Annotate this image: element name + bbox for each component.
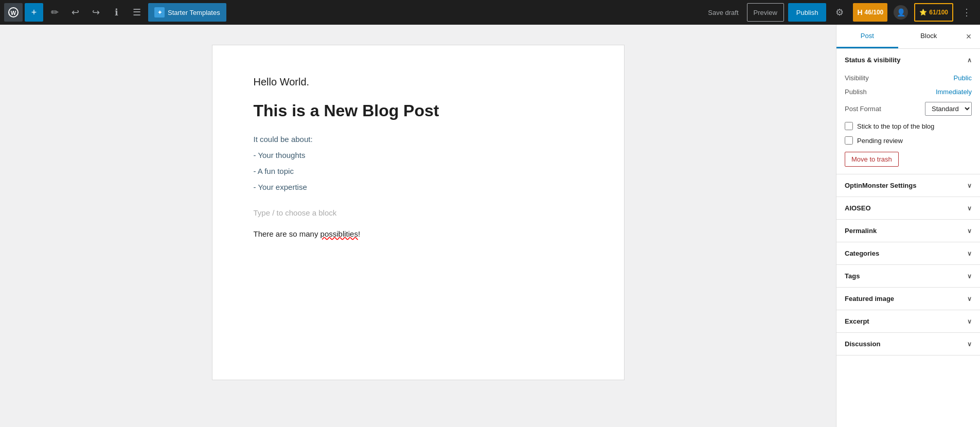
user-avatar-button[interactable]: 👤 [892, 3, 910, 22]
settings-button[interactable]: ⚙ [830, 3, 849, 22]
status-visibility-label: Status & visibility [845, 56, 900, 64]
more-options-button[interactable]: ⋮ [957, 3, 976, 22]
permalink-label: Permalink [845, 227, 877, 235]
headings-score-badge[interactable]: H 46/100 [853, 3, 887, 22]
starter-templates-label: Starter Templates [168, 9, 220, 16]
plus-icon: + [31, 7, 37, 18]
main-container: Hello World. This is a New Blog Post It … [0, 25, 980, 427]
chevron-down-icon-discussion: ∨ [967, 341, 972, 348]
editor-content: Hello World. This is a New Blog Post It … [212, 45, 624, 380]
categories-header[interactable]: Categories ∨ [836, 242, 980, 264]
section-optinmonster: OptinMonster Settings ∨ [836, 174, 980, 197]
post-format-select[interactable]: Standard Aside Image Video Quote Link [925, 102, 972, 116]
chevron-down-icon-featured: ∨ [967, 295, 972, 303]
pending-review-label: Pending review [857, 137, 903, 145]
optinmonster-header[interactable]: OptinMonster Settings ∨ [836, 174, 980, 197]
undo-button[interactable]: ↩ [66, 3, 84, 22]
publish-button[interactable]: Publish [788, 3, 827, 22]
tab-block[interactable]: Block [898, 25, 960, 48]
h-icon: H [857, 8, 862, 16]
starter-templates-button[interactable]: ✦ Starter Templates [148, 3, 226, 22]
sidebar-close-button[interactable]: × [959, 27, 978, 46]
toolbar: W + ✏ ↩ ↪ ℹ ☰ ✦ Starter Templates Save d… [0, 0, 980, 25]
user-icon: 👤 [894, 5, 908, 20]
chevron-down-icon-aioseo: ∨ [967, 205, 972, 212]
tab-post[interactable]: Post [836, 25, 898, 48]
save-draft-button[interactable]: Save draft [704, 6, 742, 20]
optinmonster-label: OptinMonster Settings [845, 182, 916, 189]
move-to-trash-button[interactable]: Move to trash [845, 152, 899, 167]
toolbar-right: Save draft Preview Publish ⚙ H 46/100 👤 … [704, 3, 976, 22]
list-view-button[interactable]: ☰ [128, 3, 146, 22]
section-discussion: Discussion ∨ [836, 333, 980, 355]
section-tags: Tags ∨ [836, 265, 980, 288]
visibility-label: Visibility [845, 74, 869, 82]
chevron-down-icon-categories: ∨ [967, 250, 972, 257]
toolbar-left: W + ✏ ↩ ↪ ℹ ☰ ✦ Starter Templates [4, 3, 702, 22]
star-icon: ⭐ [919, 9, 927, 16]
publish-row: Publish Immediately [845, 85, 972, 99]
stick-to-top-checkbox[interactable] [845, 122, 853, 130]
featured-image-label: Featured image [845, 295, 894, 303]
redo-icon: ↪ [92, 7, 100, 18]
post-body: It could be about: - Your thoughts - A f… [254, 132, 583, 194]
discussion-header[interactable]: Discussion ∨ [836, 333, 980, 355]
visibility-value[interactable]: Public [954, 74, 972, 82]
excerpt-label: Excerpt [845, 317, 869, 325]
tags-label: Tags [845, 272, 860, 280]
publish-value[interactable]: Immediately [936, 88, 972, 96]
stick-to-top-row: Stick to the top of the blog [845, 119, 972, 133]
editor-area[interactable]: Hello World. This is a New Blog Post It … [0, 25, 836, 427]
featured-image-header[interactable]: Featured image ∨ [836, 288, 980, 310]
tags-header[interactable]: Tags ∨ [836, 265, 980, 287]
section-featured-image: Featured image ∨ [836, 288, 980, 310]
section-categories: Categories ∨ [836, 242, 980, 265]
pending-review-checkbox[interactable] [845, 136, 853, 145]
body-intro: It could be about: [254, 132, 583, 146]
pen-icon: ✏ [51, 7, 59, 18]
chevron-down-icon-permalink: ∨ [967, 227, 972, 235]
post-heading[interactable]: This is a New Blog Post [254, 100, 583, 122]
body-line3: - Your expertise [254, 180, 583, 194]
pending-review-row: Pending review [845, 133, 972, 148]
sidebar: Post Block × Status & visibility ∧ Visib… [836, 25, 980, 427]
post-footer: There are so many possiblities! [254, 229, 583, 238]
svg-text:W: W [11, 10, 16, 16]
wp-logo-button[interactable]: W [4, 3, 23, 22]
add-block-button[interactable]: + [25, 3, 43, 22]
excerpt-header[interactable]: Excerpt ∨ [836, 310, 980, 332]
more-icon: ⋮ [962, 7, 971, 18]
redo-button[interactable]: ↪ [86, 3, 105, 22]
chevron-up-icon: ∧ [967, 57, 972, 64]
seo-score-badge[interactable]: ⭐ 61/100 [914, 3, 953, 22]
body-line1: - Your thoughts [254, 148, 583, 162]
section-aioseo: AIOSEO ∨ [836, 197, 980, 220]
status-visibility-content: Visibility Public Publish Immediately Po… [836, 71, 980, 174]
chevron-down-icon: ∨ [967, 182, 972, 189]
publish-label: Publish [845, 88, 867, 96]
discussion-label: Discussion [845, 340, 880, 348]
section-status-visibility: Status & visibility ∧ Visibility Public … [836, 49, 980, 174]
preview-button[interactable]: Preview [747, 3, 784, 22]
post-title[interactable]: Hello World. [254, 76, 583, 88]
post-format-label: Post Format [845, 105, 881, 113]
body-line2: - A fun topic [254, 164, 583, 178]
stick-to-top-label: Stick to the top of the blog [857, 122, 934, 130]
aioseo-header[interactable]: AIOSEO ∨ [836, 197, 980, 219]
gear-icon: ⚙ [835, 7, 844, 18]
seo-score-value: 61/100 [929, 9, 948, 16]
misspelled-word: possiblities [320, 229, 358, 238]
undo-icon: ↩ [72, 7, 79, 18]
visibility-row: Visibility Public [845, 71, 972, 85]
edit-button[interactable]: ✏ [45, 3, 64, 22]
status-visibility-header[interactable]: Status & visibility ∧ [836, 49, 980, 71]
info-button[interactable]: ℹ [107, 3, 126, 22]
sidebar-header: Post Block × [836, 25, 980, 49]
aioseo-label: AIOSEO [845, 204, 871, 212]
block-placeholder[interactable]: Type / to choose a block [254, 204, 583, 221]
post-format-row: Post Format Standard Aside Image Video Q… [845, 99, 972, 119]
section-excerpt: Excerpt ∨ [836, 310, 980, 333]
list-icon: ☰ [133, 7, 141, 18]
section-permalink: Permalink ∨ [836, 220, 980, 242]
permalink-header[interactable]: Permalink ∨ [836, 220, 980, 242]
